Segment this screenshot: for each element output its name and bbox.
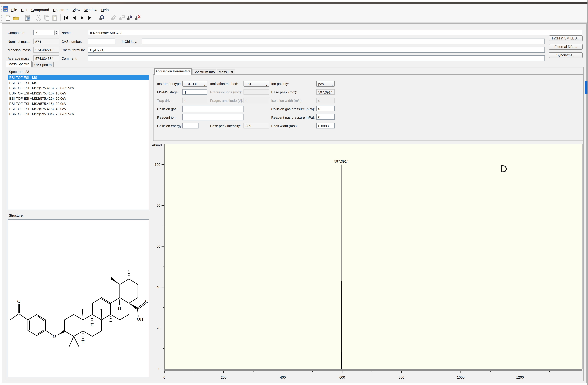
compound-number-input[interactable]: 7 ▲▼ (33, 30, 59, 35)
tab-uv-spectra[interactable]: UV Spectra (32, 62, 54, 67)
inchi-key-input[interactable] (142, 38, 545, 44)
paste-icon (51, 15, 58, 21)
menu-bar: FileEditCompoundSpectrumViewWindowHelp (0, 4, 588, 13)
menu-view[interactable]: View (71, 7, 82, 13)
x-tick-label: 1200 (516, 376, 524, 379)
formula-o: O (100, 48, 103, 52)
reagent-gas-pressure-label: Reagent gas pressure [hPa]: (271, 116, 315, 119)
structure-label: Structure: (9, 213, 24, 217)
spectrum-list-item[interactable]: ESI-TOF ESI +MS2(595.384), 25.0-62.5eV (8, 112, 149, 117)
fragm-amplitude-field: 0 (244, 97, 269, 103)
spectrum-list-item[interactable]: ESI-TOF ESI +MS2(575.416), 10.0eV (8, 91, 149, 96)
ionization-method-dropdown[interactable]: ESI▼ (244, 81, 269, 87)
name-label: Name: (62, 31, 72, 35)
peak-label: 597.3914 (334, 159, 349, 163)
menu-spectrum[interactable]: Spectrum (51, 7, 71, 13)
external-dbs-button[interactable]: External DBs... (549, 44, 583, 50)
formula-o-count: 4 (103, 50, 104, 53)
y-tick-label: 40 (157, 285, 160, 289)
first-compound-icon[interactable] (63, 15, 69, 21)
cas-label: CAS number: (62, 40, 82, 44)
formula-c: C (90, 48, 92, 52)
reagent-gas-pressure-input[interactable]: 0 (316, 114, 335, 120)
formula-h-count: 54 (98, 50, 100, 53)
collision-energy-input[interactable] (182, 123, 198, 129)
spectrum-list-item[interactable]: ESI-TOF ESI +MS (8, 80, 149, 85)
inchi-smiles-button[interactable]: InChI & SMILES... (549, 35, 583, 41)
x-tick-label: 0 (163, 376, 165, 379)
fragm-amplitude-label: Fragm. amplitude [V]: (210, 99, 243, 103)
chem-formula-label: Chem. formula: (62, 48, 85, 52)
base-peak-field: 597.3914 (316, 89, 335, 95)
menu-help[interactable]: Help (99, 7, 111, 13)
svg-text:H: H (82, 339, 85, 344)
tab-acquisition-parameters[interactable]: Acquisition Parameters (154, 68, 192, 75)
cas-input[interactable] (88, 38, 115, 44)
y-tick-label: 20 (157, 326, 160, 330)
tab-spectrum-info[interactable]: Spectrum Info (192, 69, 216, 75)
instrument-type-value: ESI-TOF (185, 82, 198, 86)
open-database-icon[interactable] (13, 15, 20, 21)
inchi-key-label: InChI key: (122, 40, 137, 44)
msms-stage-input[interactable]: 1 (182, 89, 207, 95)
y-tick-label: 0 (158, 367, 160, 371)
y-tick-label: 60 (157, 245, 160, 248)
svg-text:O: O (17, 299, 21, 304)
spectrum-list[interactable]: ESI-TOF ESI +MS ESI-TOF ESI +MS ESI-TOF … (8, 75, 149, 210)
svg-text:H: H (90, 322, 94, 327)
y-tick-label: 80 (157, 204, 160, 207)
spectrum-list-item[interactable]: ESI-TOF ESI +MS (8, 75, 149, 80)
instrument-type-dropdown[interactable]: ESI-TOF▼ (182, 81, 207, 87)
average-mass-field: 574.834384 (33, 55, 59, 61)
base-peak-intensity-label: Base peak intensity: (210, 124, 241, 128)
menu-compound[interactable]: Compound (29, 7, 51, 13)
mass-spectrum-chart: 020406080100020040060080010001200597.391… (149, 141, 586, 382)
new-compound-icon[interactable] (4, 15, 11, 21)
compound-number-value: 7 (35, 31, 37, 35)
spectrum-list-item[interactable]: ESI-TOF ESI +MS2(575.416), 20.0eV (8, 96, 149, 101)
x-tick-label: 200 (221, 376, 227, 379)
molecule-structure: O O O (9, 251, 148, 350)
x-tick-label: 800 (399, 376, 404, 379)
peak-width-input[interactable]: 0.0083 (316, 123, 335, 129)
previous-compound-icon[interactable] (71, 15, 78, 21)
properties-icon[interactable] (24, 15, 31, 21)
collision-gas-input[interactable] (182, 106, 244, 112)
ion-polarity-label: Ion polarity: (271, 82, 289, 86)
compound-spinner[interactable]: ▲▼ (54, 31, 58, 35)
next-compound-icon[interactable] (79, 15, 85, 21)
precursor-ions-field (244, 89, 269, 95)
tab-mass-spectra[interactable]: Mass Spectra (6, 61, 32, 67)
peak-width-label: Peak width (m/z): (271, 124, 298, 128)
spectrum-count-value: 23 (25, 70, 29, 74)
collision-gas-pressure-label: Collision gas pressure [hPa]: (271, 107, 315, 111)
ion-polarity-dropdown[interactable]: pos.▼ (316, 81, 335, 87)
ionization-method-value: ESI (246, 82, 251, 86)
reagent-ion-input[interactable] (182, 114, 244, 120)
spectrum-list-item[interactable]: ESI-TOF ESI +MS2(575.415), 25.0-62.5eV (8, 85, 149, 91)
spectrum-tool-a-icon (110, 15, 117, 21)
last-compound-icon[interactable] (87, 15, 94, 21)
find-spectra-icon[interactable] (98, 15, 105, 21)
isolation-width-label: Isolation width (m/z): (271, 99, 303, 103)
synonyms-button[interactable]: Synonyms... (549, 52, 583, 58)
comment-input[interactable] (88, 55, 545, 61)
menu-edit[interactable]: Edit (19, 7, 29, 13)
chem-formula-input[interactable]: C38H54O4 (88, 47, 545, 53)
nominal-mass-field: 574 (33, 38, 59, 44)
delete-spectrum-dark-icon[interactable] (126, 15, 133, 21)
isolation-width-field: 0 (316, 97, 335, 103)
x-axis-line (164, 369, 582, 371)
chevron-down-icon: ▼ (204, 83, 206, 88)
name-input[interactable]: b-Neriursate AAC733 (88, 30, 582, 35)
tab-mass-list[interactable]: Mass List (217, 69, 235, 75)
collision-gas-pressure-input[interactable]: 0 (316, 106, 335, 111)
formula-c-count: 38 (92, 50, 95, 53)
spectrum-tool-b-icon (118, 15, 125, 21)
delete-spectrum-red-icon[interactable] (134, 15, 141, 21)
spectrum-list-item[interactable]: ESI-TOF ESI +MS2(575.416), 30.0eV (8, 101, 149, 106)
spectrum-list-item[interactable]: ESI-TOF ESI +MS2(575.416), 40.0eV (8, 106, 149, 112)
menu-file[interactable]: File (9, 7, 19, 13)
instrument-type-label: Instrument type: (157, 82, 182, 86)
menu-window[interactable]: Window (82, 7, 99, 13)
